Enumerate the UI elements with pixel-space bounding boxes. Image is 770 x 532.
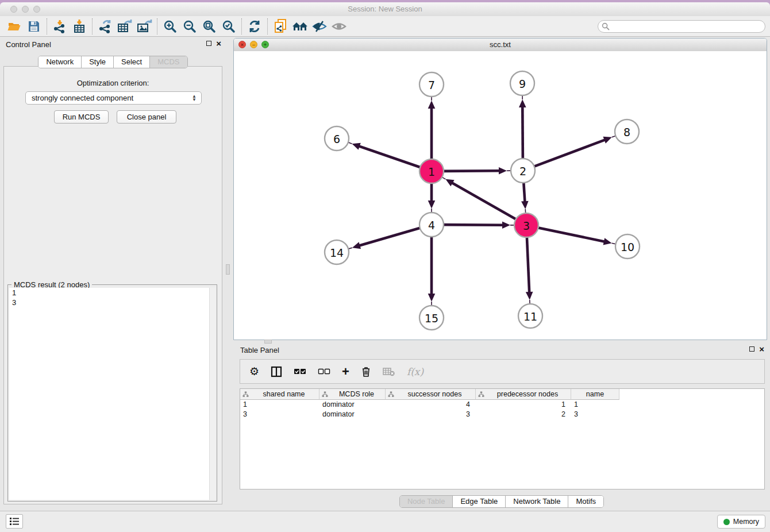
import-table-icon[interactable] [70, 18, 89, 35]
table-cell[interactable]: 1 [240, 400, 319, 410]
table-tab-motifs[interactable]: Motifs [568, 496, 603, 507]
export-network-icon[interactable] [95, 18, 115, 35]
import-network-icon[interactable] [50, 18, 70, 35]
graph-edge-4-15[interactable] [428, 236, 436, 306]
svg-text:14: 14 [330, 246, 344, 259]
delete-row-icon[interactable] [361, 366, 371, 377]
graph-node-8[interactable]: 8 [615, 119, 639, 144]
graph-edge-3-11[interactable] [526, 236, 533, 304]
export-image-icon[interactable] [134, 18, 154, 35]
table-tab-edge-table[interactable]: Edge Table [453, 496, 506, 507]
graph-edge-3-10[interactable] [537, 228, 616, 245]
graph-node-6[interactable]: 6 [325, 126, 349, 151]
graph-node-3[interactable]: 3 [514, 213, 538, 237]
graph-node-11[interactable]: 11 [518, 304, 542, 328]
network-window-title: scc.txt [234, 40, 767, 49]
zoom-out-icon[interactable] [180, 18, 199, 35]
graph-node-14[interactable]: 14 [325, 240, 349, 264]
graph-edge-2-3[interactable] [521, 182, 529, 213]
graph-edge-3-1[interactable] [442, 177, 517, 219]
column-header-mcds-role[interactable]: MCDS role [319, 389, 386, 400]
function-builder-icon[interactable]: f(x) [407, 366, 424, 377]
column-header-name[interactable]: name [571, 389, 619, 400]
zoom-in-icon[interactable] [160, 18, 180, 35]
table-cell[interactable]: 3 [240, 410, 319, 419]
graph-edge-1-2[interactable] [442, 167, 511, 175]
memory-button[interactable]: Memory [717, 515, 765, 529]
graph-node-4[interactable]: 4 [419, 213, 444, 237]
vertical-splitter-grip[interactable] [226, 264, 230, 275]
show-all-icon[interactable] [329, 18, 349, 35]
svg-text:6: 6 [333, 133, 340, 145]
table-cell[interactable]: 2 [476, 410, 571, 419]
close-table-panel-icon[interactable]: × [759, 346, 764, 352]
graph-edge-1-6[interactable] [348, 142, 421, 168]
table-toolbar: ⚙ + f(x) [240, 359, 765, 384]
save-session-icon[interactable] [24, 18, 44, 35]
tab-network[interactable]: Network [38, 56, 82, 68]
float-table-panel-icon[interactable] [749, 346, 754, 352]
mcds-result-textarea[interactable]: 13 [9, 288, 215, 500]
svg-text:8: 8 [623, 126, 630, 138]
zoom-selected-icon[interactable] [219, 18, 238, 35]
zoom-fit-icon[interactable] [199, 18, 219, 35]
graph-node-2[interactable]: 2 [511, 159, 535, 183]
graph-node-10[interactable]: 10 [615, 234, 640, 259]
graph-node-7[interactable]: 7 [419, 72, 444, 97]
table-cell[interactable]: 3 [571, 410, 619, 419]
hide-selected-icon[interactable] [310, 18, 329, 35]
network-canvas[interactable]: 7968124314101511 [234, 51, 767, 340]
graph-edge-1-7[interactable] [428, 97, 436, 160]
export-table-icon[interactable] [115, 18, 134, 35]
table-row[interactable]: 3dominator323 [240, 410, 764, 419]
search-input[interactable] [598, 20, 765, 33]
table-cell[interactable]: 1 [476, 400, 571, 410]
status-bar: Memory [0, 511, 770, 532]
table-cell[interactable]: 3 [386, 410, 476, 419]
list-icon [9, 517, 20, 526]
graph-node-1[interactable]: 1 [419, 159, 444, 183]
mcds-result-line: 3 [9, 298, 215, 307]
graph-edge-1-4[interactable] [428, 182, 436, 213]
criterion-dropdown[interactable]: strongly connected component ▲▼ [25, 91, 202, 105]
table-row[interactable]: 1dominator411 [240, 400, 764, 410]
first-neighbors-icon[interactable] [290, 18, 310, 35]
delete-table-icon[interactable] [383, 367, 395, 377]
clone-network-icon[interactable] [271, 18, 290, 35]
graph-edge-4-3[interactable] [442, 221, 514, 229]
select-all-checkboxes-icon[interactable] [294, 368, 306, 376]
close-panel-button[interactable]: Close panel [117, 110, 176, 124]
graph-edge-2-8[interactable] [533, 136, 616, 167]
graph-edge-2-9[interactable] [519, 95, 526, 160]
tab-mcds[interactable]: MCDS [150, 56, 187, 68]
column-header-successor-nodes[interactable]: successor nodes [386, 389, 476, 400]
graph-edge-4-14[interactable] [348, 228, 421, 249]
table-cell[interactable]: 4 [386, 400, 476, 410]
node-table[interactable]: shared nameMCDS rolesuccessor nodesprede… [240, 388, 765, 489]
add-row-icon[interactable]: + [342, 366, 349, 377]
tab-style[interactable]: Style [82, 56, 114, 68]
split-view-icon[interactable] [271, 366, 282, 377]
float-panel-icon[interactable] [206, 41, 211, 46]
column-header-predecessor-nodes[interactable]: predecessor nodes [476, 389, 571, 400]
table-cell[interactable]: dominator [319, 410, 386, 419]
network-window-titlebar[interactable]: × – + scc.txt [234, 38, 767, 52]
task-history-button[interactable] [6, 514, 23, 529]
result-scrollbar[interactable] [209, 288, 215, 500]
svg-text:10: 10 [621, 241, 634, 253]
table-tab-node-table[interactable]: Node Table [400, 496, 453, 507]
horizontal-splitter-grip[interactable] [264, 340, 272, 344]
table-tab-network-table[interactable]: Network Table [506, 496, 568, 507]
column-header-shared-name[interactable]: shared name [240, 389, 319, 400]
refresh-layout-icon[interactable] [245, 18, 264, 35]
table-cell[interactable]: dominator [319, 400, 386, 410]
run-mcds-button[interactable]: Run MCDS [54, 110, 109, 124]
close-panel-icon[interactable]: × [216, 40, 221, 47]
graph-node-9[interactable]: 9 [510, 71, 534, 95]
table-cell[interactable]: 1 [571, 400, 619, 410]
column-settings-gear-icon[interactable]: ⚙ [249, 366, 259, 377]
tab-select[interactable]: Select [114, 56, 150, 68]
graph-node-15[interactable]: 15 [419, 306, 444, 330]
deselect-all-checkboxes-icon[interactable] [318, 368, 330, 376]
open-session-icon[interactable] [5, 18, 24, 35]
